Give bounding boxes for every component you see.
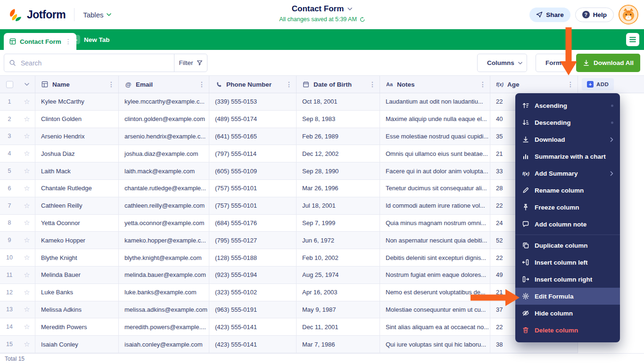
- cell-notes[interactable]: Quia minus magnam nostrum omni...: [380, 215, 490, 232]
- cell-name[interactable]: Kylee McCarthy: [35, 93, 119, 110]
- cell-notes[interactable]: Esse molestiae nostrud quasi cupidi...: [380, 128, 490, 145]
- column-header-notes[interactable]: Aa Notes ⋮: [380, 76, 490, 93]
- cell-dob[interactable]: Jun 6, 1972: [297, 232, 380, 249]
- column-menu-icon[interactable]: ⋮: [479, 81, 486, 88]
- star-icon[interactable]: ☆: [19, 128, 35, 145]
- star-icon[interactable]: ☆: [19, 111, 35, 128]
- menu-item-edit-formula[interactable]: Edit Formula: [515, 288, 620, 305]
- menu-item-duplicate-column[interactable]: Duplicate column: [515, 237, 620, 254]
- cell-phone[interactable]: (684) 555-0176: [209, 215, 297, 232]
- cell-phone[interactable]: (757) 555-0101: [209, 197, 297, 214]
- cell-notes[interactable]: Nostrum fugiat enim eaque dolores...: [380, 267, 490, 283]
- cell-email[interactable]: melissa.adkins@example.com: [119, 301, 209, 318]
- cell-email[interactable]: joshua.diaz@example.com: [119, 145, 209, 162]
- cell-dob[interactable]: Feb 10, 2002: [297, 249, 380, 266]
- jotform-logo[interactable]: Jotform: [8, 7, 66, 22]
- cell-dob[interactable]: Dec 12, 2002: [297, 145, 380, 162]
- column-header-phone[interactable]: Phone Number ⋮: [209, 76, 297, 93]
- menu-item-ascending[interactable]: Ascending: [515, 97, 620, 114]
- forms-button[interactable]: Forms: [536, 54, 567, 72]
- cell-notes[interactable]: Laudantium aut odit non laudantiu...: [380, 93, 490, 110]
- star-icon[interactable]: ☆: [19, 284, 35, 301]
- cell-name[interactable]: Arsenio Hendrix: [35, 128, 119, 145]
- cell-name[interactable]: Joshua Diaz: [35, 145, 119, 162]
- menu-item-delete-column[interactable]: Delete column: [515, 322, 620, 339]
- cell-email[interactable]: isaiah.conley@example.com: [119, 336, 209, 353]
- cell-name[interactable]: Cathleen Reilly: [35, 197, 119, 214]
- cell-email[interactable]: kylee.mccarthy@example.c...: [119, 93, 209, 110]
- avatar[interactable]: [619, 5, 638, 24]
- add-column-button[interactable]: + ADD: [582, 78, 614, 90]
- cell-email[interactable]: cathleen.reilly@example.com: [119, 197, 209, 214]
- cell-name[interactable]: Clinton Golden: [35, 111, 119, 128]
- column-header-name[interactable]: Name ⋮: [35, 76, 119, 93]
- column-menu-icon[interactable]: ⋮: [198, 81, 205, 88]
- column-menu-icon[interactable]: ⋮: [286, 81, 292, 88]
- cell-name[interactable]: Chantale Rutledge: [35, 180, 119, 197]
- cell-name[interactable]: Melissa Adkins: [35, 301, 119, 318]
- menu-item-download[interactable]: Download: [515, 131, 620, 148]
- share-button[interactable]: Share: [529, 8, 570, 22]
- cell-notes[interactable]: Facere qui in aut dolor anim volupta...: [380, 162, 490, 179]
- cell-notes[interactable]: Tenetur ducimus sit consequatur ali...: [380, 180, 490, 197]
- cell-dob[interactable]: Dec 11, 2001: [297, 318, 380, 335]
- columns-button[interactable]: Columns: [477, 54, 527, 72]
- cell-phone[interactable]: (323) 555-0102: [209, 284, 297, 301]
- cell-notes[interactable]: Maxime aliquip unde nulla eaque el...: [380, 111, 490, 128]
- cell-phone[interactable]: (489) 555-0174: [209, 111, 297, 128]
- menu-item-add-summary[interactable]: f(x) Add Summary: [515, 165, 620, 182]
- cell-phone[interactable]: (423) 555-0141: [209, 336, 297, 353]
- cell-notes[interactable]: Id commodi autem irure ratione vol...: [380, 197, 490, 214]
- tab-list-button[interactable]: [626, 33, 639, 46]
- star-icon[interactable]: ☆: [19, 336, 35, 353]
- cell-dob[interactable]: Feb 26, 1989: [297, 128, 380, 145]
- cell-dob[interactable]: Mar 7, 1986: [297, 336, 380, 353]
- cell-email[interactable]: laith.mack@example.com: [119, 162, 209, 179]
- cell-dob[interactable]: Oct 18, 2001: [297, 93, 380, 110]
- star-icon[interactable]: ☆: [19, 318, 35, 335]
- menu-item-insert-column-right[interactable]: Insert column right: [515, 271, 620, 288]
- select-all-checkbox[interactable]: [6, 81, 13, 88]
- cell-email[interactable]: arsenio.hendrix@example.c...: [119, 128, 209, 145]
- cell-dob[interactable]: Aug 25, 1974: [297, 267, 380, 283]
- cell-dob[interactable]: Sep 28, 1990: [297, 162, 380, 179]
- menu-item-freeze-column[interactable]: Freeze column: [515, 199, 620, 216]
- star-icon[interactable]: ☆: [19, 249, 35, 266]
- menu-item-rename-column[interactable]: Rename column: [515, 182, 620, 199]
- cell-email[interactable]: luke.banks@example.com: [119, 284, 209, 301]
- cell-dob[interactable]: Apr 16, 2003: [297, 284, 380, 301]
- star-icon[interactable]: ☆: [19, 301, 35, 318]
- tables-switcher[interactable]: Tables: [83, 11, 111, 19]
- new-tab-button[interactable]: + New Tab: [71, 29, 110, 50]
- menu-item-summarize-chart[interactable]: Summarize with a chart: [515, 148, 620, 165]
- cell-email[interactable]: chantale.rutledge@example...: [119, 180, 209, 197]
- cell-email[interactable]: blythe.knight@example.com: [119, 249, 209, 266]
- cell-dob[interactable]: Sep 7, 1999: [297, 215, 380, 232]
- star-icon[interactable]: ☆: [19, 93, 35, 110]
- cell-email[interactable]: kameko.hopper@example.c...: [119, 232, 209, 249]
- filter-button[interactable]: Filter: [174, 54, 207, 72]
- cell-dob[interactable]: May 9, 1987: [297, 301, 380, 318]
- cell-name[interactable]: Meredith Powers: [35, 318, 119, 335]
- column-menu-icon[interactable]: ⋮: [567, 81, 574, 88]
- cell-notes[interactable]: Molestiae consequuntur enim ut cu...: [380, 301, 490, 318]
- cell-phone[interactable]: (795) 555-0127: [209, 232, 297, 249]
- search-input[interactable]: [21, 59, 174, 67]
- cell-phone[interactable]: (641) 555-0165: [209, 128, 297, 145]
- cell-notes[interactable]: Nemo est deserunt voluptatibus de...: [380, 284, 490, 301]
- menu-item-add-column-note[interactable]: Add column note: [515, 216, 620, 233]
- cell-phone[interactable]: (923) 555-0194: [209, 267, 297, 283]
- star-icon[interactable]: ☆: [19, 267, 35, 283]
- menu-item-hide-column[interactable]: Hide column: [515, 305, 620, 322]
- menu-item-descending[interactable]: Descending: [515, 114, 620, 131]
- star-icon[interactable]: ☆: [19, 197, 35, 214]
- column-menu-icon[interactable]: ⋮: [108, 81, 115, 88]
- cell-notes[interactable]: Non aspernatur nesciunt quia debiti...: [380, 232, 490, 249]
- star-icon[interactable]: ☆: [19, 215, 35, 232]
- cell-phone[interactable]: (128) 555-0188: [209, 249, 297, 266]
- cell-name[interactable]: Isaiah Conley: [35, 336, 119, 353]
- cell-notes[interactable]: Qui iure voluptas sint qui hic laboru...: [380, 336, 490, 353]
- header-expand-cell[interactable]: [19, 76, 35, 93]
- cell-name[interactable]: Melinda Bauer: [35, 267, 119, 283]
- cell-phone[interactable]: (797) 555-0114: [209, 145, 297, 162]
